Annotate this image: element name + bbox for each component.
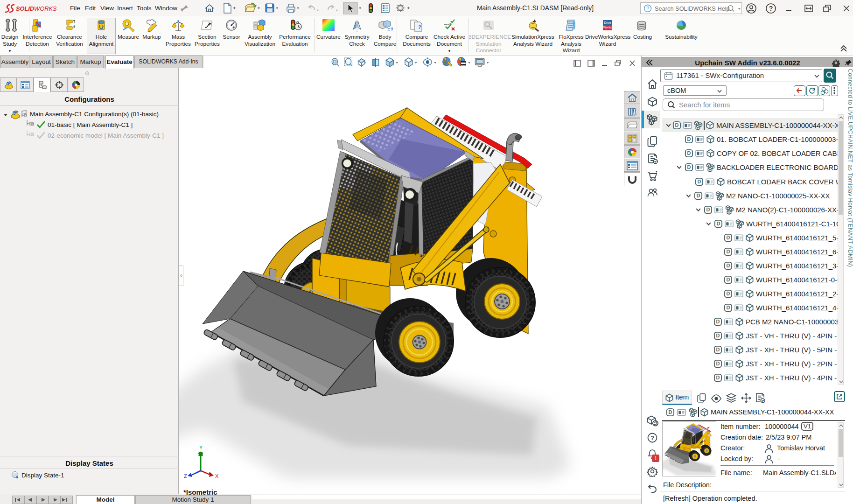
svg-text:Z: Z <box>184 473 187 479</box>
svg-text:=?: =? <box>387 27 393 32</box>
svg-text:Works: Works <box>603 26 612 29</box>
svg-text:X: X <box>215 473 219 479</box>
svg-text:SOLIDWORKS: SOLIDWORKS <box>16 5 57 12</box>
svg-text:?: ? <box>650 434 654 441</box>
svg-text:Y: Y <box>199 446 203 450</box>
svg-text:?: ? <box>646 6 649 11</box>
svg-text:Drive: Drive <box>604 21 611 24</box>
svg-text:?: ? <box>769 5 773 12</box>
svg-text:?: ? <box>418 24 421 30</box>
